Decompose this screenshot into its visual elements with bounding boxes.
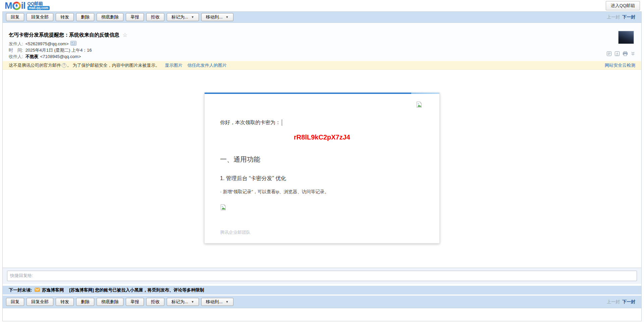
toolbar-button[interactable]: 回复全部 bbox=[26, 298, 53, 306]
next-mail-link[interactable]: 下一封 bbox=[622, 299, 635, 305]
toolbar-dropdowns: 标记为...▼移动到...▼ bbox=[167, 298, 233, 306]
next-unread-label: 下一封未读: bbox=[9, 287, 32, 293]
caret-down-icon: ▼ bbox=[226, 299, 229, 305]
time-label: 时 间: bbox=[9, 47, 23, 53]
mail-pager-top: 上一封 下一封 bbox=[607, 14, 638, 20]
toolbar-buttons: 回复回复全部转发删除彻底删除举报拒收 bbox=[6, 13, 164, 21]
caret-down-icon: ▼ bbox=[191, 299, 194, 305]
toolbar-button[interactable]: 转发 bbox=[56, 13, 74, 21]
mail-header: 乞丐卡密分发系统提醒您：系统收来自的反馈信息 ☆ 发件人: <52628975@… bbox=[3, 23, 641, 61]
security-warning-bar: 这不是腾讯公司的官方邮件 ? 。 为了保护邮箱安全，内容中的图片未被显示。 显示… bbox=[3, 61, 641, 70]
logo-product-name: QQ邮箱 bbox=[28, 1, 50, 6]
signature-text: 腾讯企业邮团队 bbox=[220, 229, 424, 235]
toolbar-top: 回复回复全部转发删除彻底删除举报拒收 标记为...▼移动到...▼ 上一封 下一… bbox=[3, 12, 641, 23]
broken-image-icon bbox=[416, 101, 423, 109]
warning-text-2: 。 为了保护邮箱安全，内容中的图片未被显示。 bbox=[67, 62, 160, 68]
mail-reader-frame: 回复回复全部转发删除彻底删除举报拒收 标记为...▼移动到...▼ 上一封 下一… bbox=[2, 11, 642, 321]
caret-down-icon: ▼ bbox=[226, 14, 229, 20]
bottom-whitespace bbox=[3, 308, 641, 321]
toolbar-button[interactable]: 转发 bbox=[56, 298, 74, 306]
from-label: 发件人: bbox=[9, 41, 23, 47]
help-icon[interactable]: ? bbox=[62, 63, 66, 68]
feature-item-detail: · 新增“领取记录”，可以查看ip、浏览器、访问等记录。 bbox=[220, 189, 424, 195]
toolbar-button[interactable]: 拒收 bbox=[146, 298, 164, 306]
toolbar-dropdown-button[interactable]: 标记为...▼ bbox=[167, 13, 199, 21]
card-accent-bar bbox=[205, 93, 439, 94]
text-cursor bbox=[282, 119, 282, 126]
to-row: 收件人: 不熬夜 <7108945@qq.com> bbox=[9, 53, 635, 60]
recipient-address[interactable]: <7108945@qq.com> bbox=[40, 54, 81, 59]
quick-reply-input[interactable] bbox=[7, 271, 637, 281]
mail-subject: 乞丐卡密分发系统提醒您：系统收来自的反馈信息 bbox=[9, 32, 119, 38]
toolbar-button[interactable]: 拒收 bbox=[146, 13, 164, 21]
prev-mail-link[interactable]: 上一封 bbox=[607, 14, 620, 20]
from-row: 发件人: <52628975@qq.com> bbox=[9, 41, 635, 47]
prev-mail-link[interactable]: 上一封 bbox=[607, 299, 620, 305]
contact-card-icon[interactable] bbox=[70, 41, 76, 47]
section-title: 一、通用功能 bbox=[220, 155, 424, 164]
bell-icon bbox=[12, 2, 21, 10]
card-code-value: rR8lL9kC2pX7zJ4 bbox=[220, 133, 424, 141]
logo-letter-m: M bbox=[5, 1, 12, 10]
from-address[interactable]: <52628975@qq.com> bbox=[25, 41, 69, 46]
top-header-bar: M il QQ邮箱 mail.qq.com 进入QQ邮箱 bbox=[0, 0, 644, 11]
toolbar-button[interactable]: 删除 bbox=[76, 298, 94, 306]
toolbar-buttons: 回复回复全部转发删除彻底删除举报拒收 bbox=[6, 298, 164, 306]
toolbar-button[interactable]: 回复全部 bbox=[26, 13, 53, 21]
quick-reply-section bbox=[3, 268, 641, 284]
sender-avatar[interactable] bbox=[618, 31, 634, 44]
toolbar-button[interactable]: 举报 bbox=[126, 13, 144, 21]
toolbar-dropdowns: 标记为...▼移动到...▼ bbox=[167, 13, 233, 21]
site-security-scan-link[interactable]: 网站安全云检测 bbox=[605, 62, 635, 68]
greeting-line: 你好，本次领取的卡密为： bbox=[220, 119, 424, 126]
feature-item-title: 1. 管理后台 “卡密分发” 优化 bbox=[220, 175, 424, 182]
time-row: 时 间: 2025年4月1日 (星期二) 上午4：16 bbox=[9, 47, 635, 53]
toolbar-bottom: 回复回复全部转发删除彻底删除举报拒收 标记为...▼移动到...▼ 上一封 下一… bbox=[3, 295, 641, 308]
broken-image-icon bbox=[220, 204, 424, 212]
next-mail-link[interactable]: 下一封 bbox=[622, 14, 635, 20]
enter-qqmail-button[interactable]: 进入QQ邮箱 bbox=[606, 1, 640, 10]
envelope-icon bbox=[35, 288, 40, 293]
next-unread-bar[interactable]: 下一封未读: 苏逸博客网 [苏逸博客网] 您的账号已被拉入小黑屋，将受到发布、评… bbox=[3, 286, 641, 294]
recipient-name[interactable]: 不熬夜 bbox=[25, 54, 39, 60]
greeting-text: 你好，本次领取的卡密为： bbox=[220, 119, 280, 126]
toolbar-button[interactable]: 举报 bbox=[126, 298, 144, 306]
caret-down-icon: ▼ bbox=[191, 14, 194, 20]
time-value: 2025年4月1日 (星期二) 上午4：16 bbox=[25, 47, 92, 53]
show-images-link[interactable]: 显示图片 bbox=[165, 62, 182, 68]
mail-action-icons bbox=[606, 51, 635, 56]
to-label: 收件人: bbox=[9, 54, 23, 60]
mail-body: 你好，本次领取的卡密为： rR8lL9kC2pX7zJ4 一、通用功能 1. 管… bbox=[3, 70, 641, 268]
mail-meta: 发件人: <52628975@qq.com> 时 间: 2025年4月1日 (星… bbox=[9, 41, 635, 60]
toolbar-button[interactable]: 回复 bbox=[6, 298, 24, 306]
next-unread-sender[interactable]: 苏逸博客网 bbox=[42, 287, 64, 293]
logo-letters-il: il bbox=[21, 1, 25, 10]
logo-domain-pill: mail.qq.com bbox=[28, 6, 50, 10]
subject-row: 乞丐卡密分发系统提醒您：系统收来自的反馈信息 ☆ bbox=[9, 23, 635, 38]
print-icon[interactable] bbox=[623, 51, 628, 56]
next-unread-subject[interactable]: [苏逸博客网] 您的账号已被拉入小黑屋，将受到发布、评论等多种限制 bbox=[69, 287, 204, 293]
qqmail-logo[interactable]: M il QQ邮箱 mail.qq.com bbox=[5, 1, 50, 10]
mail-pager-bottom: 上一封 下一封 bbox=[607, 299, 638, 305]
warning-text-1: 这不是腾讯公司的官方邮件 bbox=[9, 62, 61, 68]
toolbar-button[interactable]: 删除 bbox=[76, 13, 94, 21]
trust-sender-link[interactable]: 信任此发件人的图片 bbox=[187, 62, 227, 68]
toolbar-dropdown-button[interactable]: 移动到...▼ bbox=[201, 13, 233, 21]
mail-content-card: 你好，本次领取的卡密为： rR8lL9kC2pX7zJ4 一、通用功能 1. 管… bbox=[204, 93, 440, 244]
toolbar-dropdown-button[interactable]: 标记为...▼ bbox=[167, 298, 199, 306]
toolbar-button[interactable]: 彻底删除 bbox=[97, 13, 123, 21]
toolbar-dropdown-button[interactable]: 移动到...▼ bbox=[201, 298, 233, 306]
toolbar-button[interactable]: 回复 bbox=[6, 13, 24, 21]
card-inner: 你好，本次领取的卡密为： rR8lL9kC2pX7zJ4 一、通用功能 1. 管… bbox=[205, 119, 439, 235]
expand-more-icon[interactable] bbox=[631, 51, 635, 56]
star-icon[interactable]: ☆ bbox=[122, 33, 127, 38]
save-icon[interactable] bbox=[614, 51, 620, 56]
toolbar-button[interactable]: 彻底删除 bbox=[97, 298, 123, 306]
note-icon[interactable] bbox=[606, 51, 612, 56]
logo-ring-icon bbox=[12, 2, 21, 10]
